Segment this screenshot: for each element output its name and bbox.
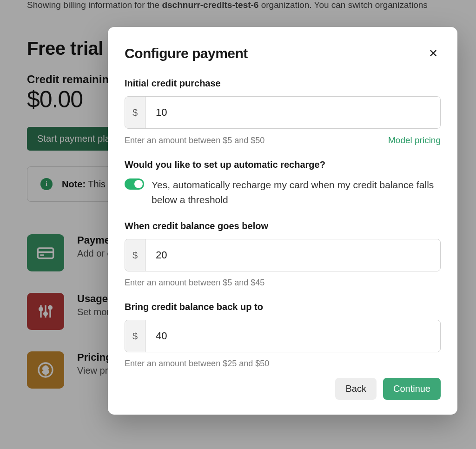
threshold-upto-label: Bring credit balance back up to [125,302,441,312]
back-button[interactable]: Back [335,378,376,400]
continue-button[interactable]: Continue [383,378,441,400]
threshold-below-field: When credit balance goes below $ Enter a… [125,221,441,288]
threshold-below-input[interactable] [145,239,440,271]
auto-recharge-question: Would you like to set up automatic recha… [125,159,441,170]
auto-recharge-toggle[interactable] [125,178,144,190]
threshold-below-hint: Enter an amount between $5 and $45 [125,278,264,288]
initial-credit-field: Initial credit purchase $ Enter an amoun… [125,78,441,145]
threshold-upto-field: Bring credit balance back up to $ Enter … [125,302,441,369]
auto-recharge-field: Would you like to set up automatic recha… [125,159,441,207]
currency-prefix: $ [125,320,145,352]
modal-title: Configure payment [125,46,248,61]
initial-credit-hint: Enter an amount between $5 and $50 [125,136,264,145]
currency-prefix: $ [125,239,145,271]
initial-credit-input-wrap: $ [125,96,441,129]
initial-credit-input[interactable] [145,97,440,128]
threshold-upto-input[interactable] [145,320,440,352]
currency-prefix: $ [125,97,145,128]
threshold-below-label: When credit balance goes below [125,221,441,231]
configure-payment-modal: Configure payment ✕ Initial credit purch… [108,27,457,415]
close-button[interactable]: ✕ [426,46,441,61]
initial-credit-label: Initial credit purchase [125,78,441,89]
threshold-upto-hint: Enter an amount between $25 and $50 [125,359,269,369]
threshold-upto-input-wrap: $ [125,320,441,352]
threshold-below-input-wrap: $ [125,239,441,271]
auto-recharge-toggle-label: Yes, automatically recharge my card when… [152,178,441,207]
model-pricing-link[interactable]: Model pricing [388,135,441,145]
close-icon: ✕ [429,48,438,59]
